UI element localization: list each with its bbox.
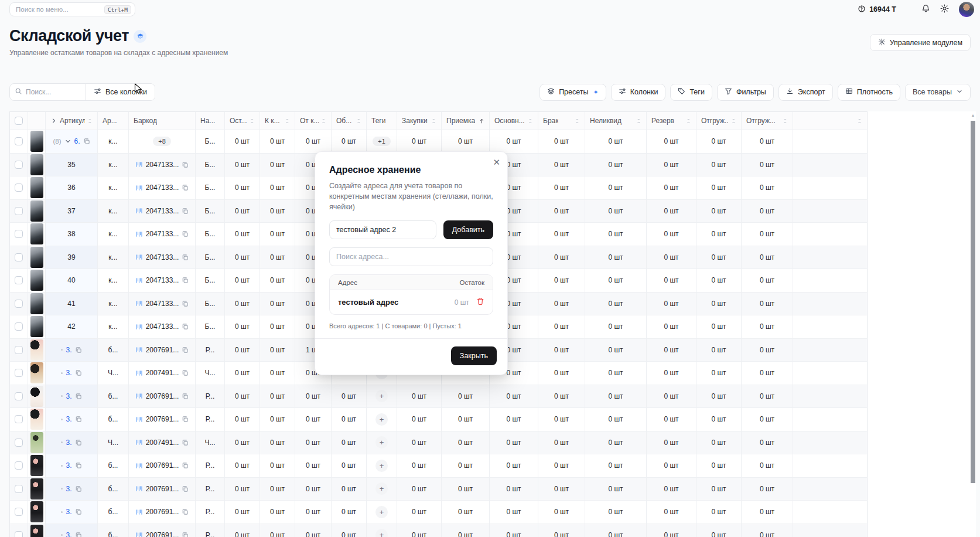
theme-toggle-button[interactable] (940, 4, 949, 15)
sort-icon[interactable] (636, 118, 641, 124)
article-link[interactable]: 3. (66, 485, 71, 493)
sort-icon[interactable] (731, 118, 736, 124)
copy-icon[interactable] (75, 532, 82, 537)
new-address-input[interactable] (329, 220, 436, 239)
col-header-rezerv[interactable]: Резерв (647, 112, 696, 130)
copy-icon[interactable] (182, 416, 189, 423)
add-tag-button[interactable]: + (375, 436, 388, 448)
delete-address-button[interactable] (476, 297, 484, 307)
copy-icon[interactable] (75, 439, 82, 446)
add-tag-button[interactable]: + (375, 413, 388, 426)
article-link[interactable]: 3. (66, 415, 71, 423)
col-header-ost[interactable]: Ост... (225, 112, 260, 130)
col-header-nelikvid[interactable]: Неликвид (585, 112, 647, 130)
presets-button[interactable]: Пресеты ✦ (539, 84, 606, 101)
col-header-article[interactable]: Артикул (46, 112, 98, 130)
address-search-input[interactable] (329, 247, 493, 266)
col-header-brak[interactable]: Брак (538, 112, 585, 130)
close-button[interactable]: Закрыть (451, 346, 497, 365)
col-header-otk[interactable]: От к... (295, 112, 332, 130)
row-checkbox[interactable] (15, 439, 23, 447)
columns-button[interactable]: Колонки (611, 84, 666, 101)
article-link[interactable]: 3. (66, 531, 71, 537)
copy-icon[interactable] (75, 508, 82, 515)
avatar[interactable] (959, 2, 974, 17)
copy-icon[interactable] (182, 439, 189, 446)
copy-icon[interactable] (75, 462, 82, 469)
col-header-kk[interactable]: К к... (260, 112, 295, 130)
copy-icon[interactable] (75, 393, 82, 400)
copy-icon[interactable] (182, 208, 189, 215)
manage-module-button[interactable]: Управление модулем (870, 34, 971, 51)
copy-icon[interactable] (75, 416, 82, 423)
copy-icon[interactable] (182, 462, 189, 469)
copy-icon[interactable] (182, 184, 189, 191)
col-header-barcode[interactable]: Баркод (129, 112, 196, 130)
balance[interactable]: 16944 Т (858, 5, 896, 15)
select-all-checkbox[interactable] (15, 117, 23, 125)
sort-icon[interactable] (857, 118, 862, 124)
close-icon[interactable]: ✕ (493, 158, 500, 166)
export-button[interactable]: Экспорт (778, 84, 833, 101)
tags-button[interactable]: Теги (670, 84, 712, 101)
copy-icon[interactable] (182, 369, 189, 376)
row-checkbox[interactable] (15, 369, 23, 377)
sort-icon[interactable] (528, 118, 533, 124)
table-search-input[interactable] (26, 88, 81, 96)
col-header-tags[interactable]: Теги (367, 112, 397, 130)
copy-icon[interactable] (182, 532, 189, 537)
copy-icon[interactable] (182, 277, 189, 284)
article-link[interactable]: 6. (74, 137, 80, 145)
copy-icon[interactable] (182, 254, 189, 261)
row-checkbox[interactable] (15, 183, 23, 192)
row-checkbox[interactable] (15, 461, 23, 470)
copy-icon[interactable] (182, 230, 189, 237)
sort-icon[interactable] (479, 118, 484, 124)
row-checkbox[interactable] (15, 485, 23, 493)
row-checkbox[interactable] (15, 415, 23, 423)
row-checkbox[interactable] (15, 137, 23, 145)
copy-icon[interactable] (75, 485, 82, 492)
menu-search[interactable]: Ctrl+M (9, 2, 135, 16)
sort-icon[interactable] (356, 118, 361, 124)
copy-icon[interactable] (182, 393, 189, 400)
copy-icon[interactable] (182, 161, 189, 168)
article-link[interactable]: 3. (66, 392, 71, 400)
row-checkbox[interactable] (15, 346, 23, 354)
row-checkbox[interactable] (15, 531, 23, 537)
filters-button[interactable]: Фильтры (717, 84, 774, 101)
col-header-ob[interactable]: Об... (332, 112, 367, 130)
copy-icon[interactable] (182, 508, 189, 515)
copy-icon[interactable] (182, 346, 189, 354)
menu-search-input[interactable] (16, 6, 104, 13)
col-header-priemka[interactable]: Приемка (442, 112, 490, 130)
col-header-zakupki[interactable]: Закупки (397, 112, 442, 130)
density-button[interactable]: Плотность (838, 84, 900, 101)
add-tag-button[interactable]: + (375, 460, 388, 472)
scroll-up-icon[interactable]: ▲ (970, 113, 976, 117)
row-checkbox[interactable] (15, 230, 23, 238)
copy-icon[interactable] (75, 346, 82, 354)
row-checkbox[interactable] (15, 161, 23, 169)
article-link[interactable]: 3. (66, 346, 71, 354)
col-header-otgruz2[interactable]: Отгруж... (742, 112, 793, 130)
copy-icon[interactable] (75, 369, 82, 376)
row-checkbox[interactable] (15, 392, 23, 400)
collapse-group-icon[interactable] (64, 138, 71, 145)
copy-icon[interactable] (182, 323, 189, 330)
row-checkbox[interactable] (15, 253, 23, 261)
education-icon[interactable] (134, 30, 146, 43)
copy-icon[interactable] (182, 485, 189, 492)
table-search[interactable] (10, 84, 86, 100)
notifications-button[interactable] (921, 4, 930, 15)
add-tag-button[interactable]: + (375, 506, 388, 518)
article-link[interactable]: 3. (66, 369, 71, 377)
sort-icon[interactable] (285, 118, 290, 124)
row-checkbox[interactable] (15, 322, 23, 331)
row-checkbox[interactable] (15, 300, 23, 308)
sort-icon[interactable] (250, 118, 255, 124)
expand-all-icon[interactable] (50, 117, 57, 124)
add-tag-button[interactable]: + (375, 482, 388, 495)
col-header-name[interactable]: На... (196, 112, 225, 130)
add-address-button[interactable]: Добавить (443, 220, 493, 239)
